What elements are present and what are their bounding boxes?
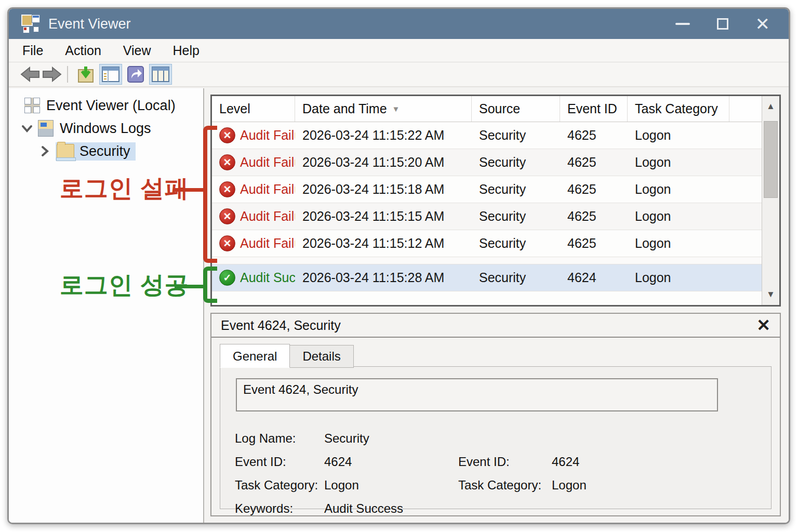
menubar: File Action View Help bbox=[9, 39, 789, 62]
columns-icon bbox=[152, 66, 169, 82]
back-button[interactable] bbox=[19, 66, 41, 82]
annotation-success-bracket bbox=[203, 267, 217, 303]
tab-general[interactable]: General bbox=[220, 344, 290, 368]
annotation-login-success-label: 로그인 성공 bbox=[60, 269, 189, 301]
event-viewer-node-icon bbox=[24, 98, 40, 113]
tab-details[interactable]: Details bbox=[290, 345, 353, 368]
audit-success-icon: ✓ bbox=[219, 270, 235, 286]
scroll-up-icon[interactable]: ▲ bbox=[762, 96, 779, 117]
chevron-right-icon[interactable] bbox=[38, 144, 51, 158]
audit-failure-icon: ✕ bbox=[219, 181, 235, 197]
menu-view[interactable]: View bbox=[123, 43, 151, 58]
field-value: 4624 bbox=[324, 455, 458, 469]
field-value: Security bbox=[324, 431, 458, 446]
column-header-filler bbox=[729, 96, 762, 122]
tree-item-security[interactable]: Security bbox=[38, 141, 203, 161]
column-header-source[interactable]: Source bbox=[472, 96, 560, 122]
close-button[interactable]: ✕ bbox=[755, 15, 770, 33]
tree-item-windows-logs[interactable]: Windows Logs bbox=[20, 118, 203, 138]
field-label: Event ID: bbox=[458, 455, 552, 469]
shortcut-arrow-icon bbox=[127, 66, 144, 83]
event-detail-panel: Event 4624, Security ✕ General Details E… bbox=[210, 313, 781, 516]
audit-failure-icon: ✕ bbox=[219, 127, 235, 143]
scrollbar-thumb[interactable] bbox=[764, 121, 778, 198]
forward-button[interactable] bbox=[41, 66, 63, 82]
column-header-event-id[interactable]: Event ID bbox=[560, 96, 628, 122]
menu-action[interactable]: Action bbox=[65, 43, 101, 58]
field-label: Task Category: bbox=[458, 478, 552, 493]
field-value: 4624 bbox=[552, 455, 587, 469]
toolbar-separator bbox=[67, 66, 68, 83]
chevron-down-icon[interactable] bbox=[20, 122, 34, 135]
audit-failure-icon: ✕ bbox=[219, 208, 235, 224]
windows-logs-icon bbox=[38, 120, 54, 137]
menu-file[interactable]: File bbox=[22, 43, 43, 58]
content-area: Level Date and Time▼ Source Event ID Tas… bbox=[204, 88, 789, 523]
toolbar bbox=[9, 62, 789, 87]
field-label: Event ID: bbox=[235, 455, 324, 469]
field-label: Log Name: bbox=[235, 431, 324, 446]
event-viewer-window: Event Viewer ✕ File Action View Help bbox=[7, 7, 790, 524]
console-tree-icon bbox=[102, 66, 119, 82]
export-log-button[interactable] bbox=[74, 64, 97, 85]
table-filler bbox=[212, 291, 762, 305]
field-value: Logon bbox=[552, 478, 587, 493]
field-value: Logon bbox=[324, 478, 458, 493]
event-message-box: Event 4624, Security bbox=[236, 378, 718, 411]
tree-item-event-viewer-local[interactable]: Event Viewer (Local) bbox=[24, 96, 203, 115]
detail-panel-title: Event 4624, Security bbox=[221, 318, 341, 333]
table-row-audit-success-selected[interactable]: ✓Audit Success 2026-03-24 11:15:28 AM Se… bbox=[212, 264, 762, 291]
field-label: Task Category: bbox=[235, 478, 324, 493]
table-row-audit-failure[interactable]: ✕Audit Failure 2026-03-24 11:15:15 AM Se… bbox=[212, 203, 762, 230]
titlebar: Event Viewer ✕ bbox=[9, 9, 789, 39]
console-tree-panel: Event Viewer (Local) Windows Logs Securi… bbox=[9, 88, 204, 523]
column-header-level[interactable]: Level bbox=[212, 96, 295, 122]
annotation-failure-bracket bbox=[203, 126, 217, 263]
annotation-success-connector-line bbox=[175, 285, 205, 288]
menu-help[interactable]: Help bbox=[173, 43, 200, 58]
minimize-button[interactable] bbox=[675, 23, 690, 25]
scroll-down-icon[interactable]: ▼ bbox=[762, 284, 779, 305]
table-header: Level Date and Time▼ Source Event ID Tas… bbox=[212, 96, 762, 122]
tree-item-label: Event Viewer (Local) bbox=[46, 98, 176, 114]
table-row-audit-failure[interactable]: ✕Audit Failure 2026-03-24 11:15:12 AM Se… bbox=[212, 230, 762, 257]
annotation-login-failure-label: 로그인 설패 bbox=[60, 172, 189, 205]
vertical-scrollbar[interactable]: ▲ ▼ bbox=[762, 96, 779, 305]
table-row-audit-failure[interactable]: ✕Audit Failure 2026-03-24 11:15:22 AM Se… bbox=[212, 122, 762, 149]
detail-close-icon[interactable]: ✕ bbox=[756, 317, 770, 334]
table-row-spacer bbox=[212, 257, 762, 264]
window-title: Event Viewer bbox=[48, 16, 131, 32]
maximize-button[interactable] bbox=[717, 18, 728, 30]
audit-failure-icon: ✕ bbox=[219, 235, 235, 251]
detail-general-content: Event 4624, Security Log Name: Security … bbox=[220, 366, 772, 509]
export-icon bbox=[77, 65, 95, 83]
table-row-audit-failure[interactable]: ✕Audit Failure 2026-03-24 11:15:20 AM Se… bbox=[212, 149, 762, 176]
annotation-failure-connector-line bbox=[175, 188, 205, 192]
console-tree-button[interactable] bbox=[99, 64, 122, 85]
columns-button[interactable] bbox=[149, 64, 172, 85]
column-header-date-time[interactable]: Date and Time▼ bbox=[295, 96, 472, 122]
field-value: Audit Success bbox=[324, 501, 458, 516]
table-row-audit-failure[interactable]: ✕Audit Failure 2026-03-24 11:15:18 AM Se… bbox=[212, 176, 762, 203]
sort-descending-icon: ▼ bbox=[392, 104, 400, 113]
event-viewer-app-icon bbox=[21, 15, 40, 33]
tree-item-label: Security bbox=[79, 143, 130, 159]
field-label: Keywords: bbox=[235, 501, 324, 516]
audit-failure-icon: ✕ bbox=[219, 154, 235, 170]
folder-icon bbox=[57, 144, 74, 158]
shortcut-button[interactable] bbox=[124, 64, 147, 85]
column-header-task-category[interactable]: Task Category bbox=[628, 96, 729, 122]
events-table: Level Date and Time▼ Source Event ID Tas… bbox=[210, 95, 781, 307]
tree-item-label: Windows Logs bbox=[60, 121, 151, 137]
